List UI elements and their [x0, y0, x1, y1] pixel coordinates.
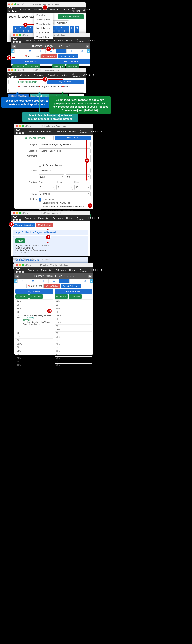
nav-notes[interactable]: Notes	[60, 8, 70, 11]
nav-prospects[interactable]: Prospects	[32, 74, 46, 76]
nav-contacts[interactable]: Contacts	[27, 130, 39, 132]
menu-month-agenda[interactable]: Month Agenda	[34, 26, 52, 30]
nav-contacts[interactable]: Contacts	[24, 39, 36, 42]
menu-week-agenda[interactable]: Week Agenda	[34, 18, 52, 22]
starts-hour-select[interactable]: 10am▾	[39, 174, 64, 179]
time-slot[interactable]: 11 AM	[16, 335, 53, 338]
prev-day[interactable]: ◀	[16, 274, 19, 278]
nav-print[interactable]: 🖨 Print	[82, 8, 91, 11]
nav-notes[interactable]: Notes	[65, 39, 75, 42]
time-slot[interactable]: :30	[54, 332, 92, 335]
nav-notes[interactable]: Notes	[60, 74, 70, 76]
time-slot[interactable]: 3 PM	[16, 363, 53, 367]
nav-print[interactable]: 🖨 Print	[86, 217, 96, 220]
duration-mins-select[interactable]: 30▾	[74, 185, 91, 190]
nav-help[interactable]: ?	[96, 217, 100, 220]
day-tab[interactable]: F	[66, 48, 77, 53]
letter[interactable]: I	[54, 26, 59, 30]
time-slot[interactable]: 8 AM	[16, 300, 53, 303]
time-slot[interactable]: :30	[16, 352, 53, 356]
time-slot[interactable]: :30	[54, 310, 92, 314]
appt-title[interactable]: Call Maritza Regarding Renewal [to 10:30…	[23, 314, 51, 319]
nav-prospects[interactable]: Prospects	[40, 130, 54, 132]
starts-date-input[interactable]: 08/25/2022	[39, 168, 91, 173]
time-slot[interactable]: :30	[54, 353, 92, 356]
nav-help[interactable]: ?	[100, 269, 103, 272]
new-appt-button[interactable]: New Appt	[54, 294, 68, 299]
time-slot[interactable]: 11 AM	[54, 321, 92, 324]
subject-input[interactable]: Call Maritza Regarding Renewal	[39, 142, 91, 147]
day-tab[interactable]: T	[59, 278, 70, 283]
nav-print[interactable]: 🖨 Print	[86, 39, 96, 42]
new-task-button[interactable]: New Task	[30, 294, 43, 299]
tab-new-appointment[interactable]: 🖹 New Appointment	[8, 80, 46, 84]
time-slot[interactable]: 10 AM	[54, 314, 92, 317]
select-calendars-button[interactable]: Select Calendars	[61, 284, 82, 288]
date-input[interactable]: 📅08/25/2022	[26, 284, 44, 288]
nav-account[interactable]: My Account	[71, 73, 81, 78]
nav-prospects[interactable]: Prospects	[37, 39, 51, 42]
menu-day-columns[interactable]: Day Columns	[34, 30, 52, 35]
time-slot[interactable]: 12 PM	[54, 328, 92, 332]
time-slot[interactable]: 8 AM	[54, 300, 92, 303]
prev-week[interactable]: ◀	[14, 278, 18, 283]
nav-account[interactable]: My Account	[76, 216, 86, 221]
edit-button[interactable]: ✎ Edit	[16, 238, 25, 243]
linkto-option-2[interactable]: Stuart Clements - ACME Inc.	[39, 202, 91, 204]
day-tab[interactable]: M	[25, 48, 35, 53]
letter[interactable]: J	[59, 26, 64, 30]
linkto-option-3[interactable]: Stuart Clements - Baseline Data Systems …	[39, 205, 91, 208]
all-day-checkbox[interactable]: All Day Appointment	[39, 164, 91, 166]
menu-week-schedule[interactable]: Week Schedule	[34, 22, 52, 26]
letter[interactable]: L	[70, 26, 74, 30]
day-tab[interactable]: F	[70, 278, 80, 283]
new-task-button[interactable]: New Task	[68, 294, 82, 299]
nav-account[interactable]: My Account	[71, 7, 81, 12]
nav-calendar[interactable]: Calendar	[52, 39, 64, 42]
time-slot[interactable]: :30	[16, 303, 53, 306]
delete-appt-button[interactable]: ✖ Delete Appt	[36, 223, 53, 227]
nav-calendar[interactable]: Calendar	[47, 74, 60, 76]
time-slot[interactable]: :30	[54, 346, 92, 349]
time-slot[interactable]: :30	[16, 338, 53, 342]
nav-help[interactable]: ?	[100, 130, 103, 132]
nav-account[interactable]: My Account	[76, 38, 86, 43]
nav-calendar[interactable]: Calendar	[47, 8, 60, 11]
location-input[interactable]: Rancho Palos Verdes	[39, 148, 91, 153]
time-slot[interactable]: :30	[54, 303, 92, 306]
time-slot[interactable]: 2 PM	[16, 356, 53, 360]
nav-contacts[interactable]: Contacts	[19, 74, 32, 76]
prev-day[interactable]: ◀	[12, 45, 16, 48]
time-slot[interactable]: 4 PM	[54, 356, 92, 360]
time-slot[interactable]	[16, 367, 53, 368]
day-tab[interactable]: S	[80, 278, 90, 283]
nav-print[interactable]: 🖨 Print	[90, 269, 99, 272]
day-tab[interactable]: W	[48, 278, 59, 283]
calendar-dropdown[interactable]: Day View Week Agenda Week Schedule Month…	[34, 13, 53, 39]
menu-week-columns[interactable]: Week Columns	[34, 35, 52, 39]
letter[interactable]: K	[64, 26, 69, 30]
nav-help[interactable]: ?	[92, 74, 96, 76]
day-tab[interactable]: T	[56, 48, 66, 53]
day-tab[interactable]: S	[14, 48, 25, 53]
day-tab[interactable]: T	[38, 278, 48, 283]
nav-print[interactable]: 🖨 Print	[82, 74, 91, 76]
letter[interactable]: B	[18, 26, 23, 30]
time-slot[interactable]: 1 PM	[54, 335, 92, 338]
nav-prospects[interactable]: Prospects	[40, 269, 54, 272]
nav-calendar[interactable]: Calendar	[54, 269, 67, 272]
nav-account[interactable]: My Account	[78, 268, 89, 272]
next-day[interactable]: ▶	[88, 274, 92, 278]
time-slot[interactable]: 12 PM	[16, 342, 53, 346]
time-slot[interactable]: :30	[16, 360, 53, 363]
time-slot[interactable]: 9 AM	[54, 306, 92, 310]
nav-notes[interactable]: Notes	[68, 130, 78, 132]
nav-contacts[interactable]: Contacts	[19, 8, 32, 11]
letter[interactable]: A	[13, 26, 18, 30]
time-slot-10am[interactable]: 10 AM Call Maritza Regarding Renewal [to…	[16, 314, 53, 331]
time-slot[interactable]: 5 PM	[54, 364, 92, 367]
time-slot[interactable]: :30	[16, 331, 53, 335]
time-slot[interactable]: :30	[54, 338, 92, 342]
day-tab[interactable]: S	[77, 48, 87, 53]
time-slot[interactable]: :30	[54, 324, 92, 328]
